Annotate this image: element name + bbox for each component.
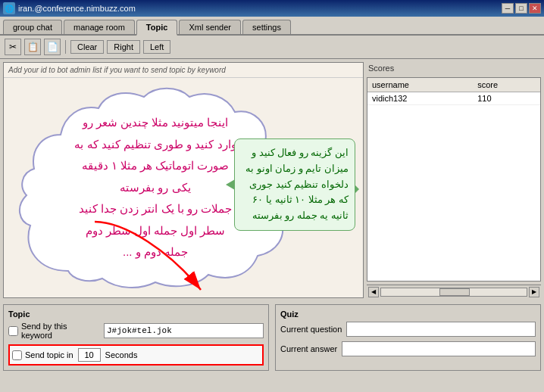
current-answer-label: Current answer <box>280 344 337 353</box>
seconds-input[interactable] <box>78 348 101 362</box>
scores-label: Scores <box>367 62 541 74</box>
scores-table-container[interactable]: username score vidich132110 <box>367 77 541 282</box>
scrollbar[interactable]: ◀ ▶ <box>367 285 541 298</box>
keyword-input[interactable] <box>104 323 264 338</box>
tab-xml-sender[interactable]: Xml sender <box>179 20 241 34</box>
scores-table: username score vidich132110 <box>367 78 540 105</box>
cell-username: vidich132 <box>367 92 473 105</box>
col-score: score <box>473 78 540 92</box>
send-topic-row: Send topic in Seconds <box>8 344 264 366</box>
quiz-config-box: Quiz Current question Current answer <box>275 304 541 371</box>
current-answer-input[interactable] <box>342 341 536 356</box>
scroll-left-btn[interactable]: ◀ <box>368 287 379 297</box>
scrollbar-track[interactable] <box>380 288 527 297</box>
send-topic-label[interactable]: Send topic in <box>12 350 73 360</box>
seconds-label: Seconds <box>105 350 138 359</box>
toolbar-icon-2[interactable]: 📋 <box>24 39 41 55</box>
tab-settings[interactable]: settings <box>242 20 291 34</box>
tab-manage-room[interactable]: manage room <box>64 20 135 34</box>
topic-panel: Add your id to bot admin list if you wan… <box>3 62 364 298</box>
speech-bubble: این گزینه رو فعال کنید و میزان تایم و زم… <box>234 138 355 231</box>
toolbar-icon-3[interactable]: 📄 <box>44 39 61 55</box>
main-content: Add your id to bot admin list if you wan… <box>0 59 544 301</box>
bubble-arrow <box>226 179 235 190</box>
scroll-right-btn[interactable]: ▶ <box>529 287 539 297</box>
current-question-row: Current question <box>280 322 536 337</box>
minimize-button[interactable]: ─ <box>502 3 514 14</box>
tab-group-chat[interactable]: group chat <box>3 20 62 34</box>
send-keyword-label[interactable]: Send by this keyword <box>8 322 99 340</box>
topic-config-box: Topic Send by this keyword Send topic in… <box>3 304 269 371</box>
title-bar: 🌐 iran.@conference.nimbuzz.com ─ □ ✕ <box>0 0 544 17</box>
scrollbar-thumb[interactable] <box>439 288 470 296</box>
maximize-button[interactable]: □ <box>515 3 527 14</box>
table-row: vidich132110 <box>367 92 540 105</box>
toolbar: ✂ 📋 📄 Clear Right Left <box>0 36 544 59</box>
tab-topic[interactable]: Topic <box>136 20 178 36</box>
send-keyword-checkbox[interactable] <box>8 326 18 336</box>
current-answer-row: Current answer <box>280 341 536 356</box>
send-keyword-row: Send by this keyword <box>8 322 264 340</box>
right-button[interactable]: Right <box>107 40 140 54</box>
left-button[interactable]: Left <box>143 40 170 54</box>
cell-score: 110 <box>473 92 540 105</box>
app-icon: 🌐 <box>3 2 15 14</box>
quiz-box-title: Quiz <box>280 310 536 319</box>
topic-hint: Add your id to bot admin list if you wan… <box>4 63 363 78</box>
tab-bar: group chat manage room Topic Xml sender … <box>0 17 544 36</box>
window-title: iran.@conference.nimbuzz.com <box>18 4 136 13</box>
col-username: username <box>367 78 473 92</box>
toolbar-icon-1[interactable]: ✂ <box>5 39 21 55</box>
topic-box-title: Topic <box>8 310 264 319</box>
send-topic-checkbox[interactable] <box>12 350 22 360</box>
scores-panel: Scores username score vidich132110 ◀ ▶ <box>367 62 541 298</box>
current-question-label: Current question <box>280 325 342 334</box>
clear-button[interactable]: Clear <box>70 40 104 54</box>
bottom-section: Topic Send by this keyword Send topic in… <box>0 301 544 374</box>
close-button[interactable]: ✕ <box>529 3 541 14</box>
toolbar-divider <box>65 40 66 54</box>
current-question-input[interactable] <box>346 322 536 337</box>
